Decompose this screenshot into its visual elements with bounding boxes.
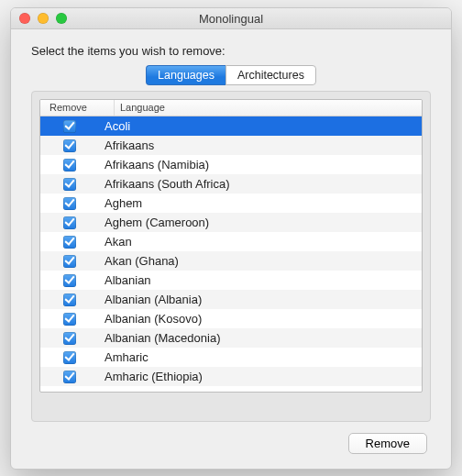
remove-checkbox[interactable] bbox=[63, 120, 76, 133]
cell-language: Akan (Ghana) bbox=[99, 251, 422, 271]
cell-language: Afrikaans (Namibia) bbox=[99, 155, 422, 174]
cell-language: Amharic bbox=[99, 348, 422, 367]
table-row[interactable]: Akan (Ghana) bbox=[40, 251, 422, 271]
remove-checkbox[interactable] bbox=[63, 274, 76, 287]
remove-checkbox[interactable] bbox=[63, 139, 76, 152]
cell-language: Amharic (Ethiopia) bbox=[99, 367, 422, 386]
footer: Remove bbox=[31, 422, 431, 456]
zoom-icon[interactable] bbox=[56, 13, 67, 24]
cell-remove bbox=[40, 293, 99, 306]
table-row[interactable]: Amharic (Ethiopia) bbox=[40, 367, 422, 386]
cell-remove bbox=[40, 371, 99, 383]
cell-language: Aghem bbox=[99, 194, 422, 213]
languages-table: Remove Language AcoliAfrikaansAfrikaans … bbox=[39, 99, 423, 393]
remove-checkbox[interactable] bbox=[63, 351, 76, 364]
cell-language: Akan bbox=[99, 232, 422, 251]
window-title: Monolingual bbox=[11, 12, 451, 26]
table-row[interactable]: Akan bbox=[40, 232, 422, 251]
remove-checkbox[interactable] bbox=[63, 236, 76, 249]
cell-language: Acoli bbox=[99, 116, 422, 136]
close-icon[interactable] bbox=[19, 13, 30, 24]
remove-checkbox[interactable] bbox=[63, 216, 76, 229]
minimize-icon[interactable] bbox=[38, 13, 49, 24]
window-controls bbox=[19, 13, 67, 24]
titlebar: Monolingual bbox=[11, 8, 451, 29]
cell-language: Albanian (Albania) bbox=[99, 290, 422, 309]
cell-language: Aghem (Cameroon) bbox=[99, 213, 422, 232]
table-row[interactable]: Albanian (Albania) bbox=[40, 290, 422, 309]
cell-language: Afrikaans (South Africa) bbox=[99, 174, 422, 194]
table-row[interactable]: Albanian bbox=[40, 271, 422, 290]
remove-checkbox[interactable] bbox=[63, 197, 76, 210]
table-body: AcoliAfrikaansAfrikaans (Namibia)Afrikaa… bbox=[40, 116, 422, 392]
remove-checkbox[interactable] bbox=[63, 371, 76, 383]
cell-remove bbox=[40, 255, 99, 268]
table-row[interactable]: Afrikaans (Namibia) bbox=[40, 155, 422, 174]
cell-remove bbox=[40, 178, 99, 191]
cell-remove bbox=[40, 332, 99, 345]
cell-language: Albanian (Kosovo) bbox=[99, 309, 422, 328]
instruction-text: Select the items you wish to remove: bbox=[31, 44, 431, 58]
remove-checkbox[interactable] bbox=[63, 255, 76, 268]
table-row[interactable]: Amharic bbox=[40, 348, 422, 367]
table-row[interactable]: Albanian (Kosovo) bbox=[40, 309, 422, 328]
table-row[interactable]: Aghem (Cameroon) bbox=[40, 213, 422, 232]
table-header: Remove Language bbox=[40, 100, 422, 116]
column-header-remove[interactable]: Remove bbox=[40, 100, 115, 116]
cell-remove bbox=[40, 313, 99, 326]
cell-remove bbox=[40, 216, 99, 229]
cell-remove bbox=[40, 274, 99, 287]
table-row[interactable]: Acoli bbox=[40, 116, 422, 136]
remove-button[interactable]: Remove bbox=[348, 433, 427, 454]
tab-architectures[interactable]: Architectures bbox=[226, 65, 316, 85]
remove-checkbox[interactable] bbox=[63, 159, 76, 172]
cell-remove bbox=[40, 197, 99, 210]
table-row[interactable]: Aghem bbox=[40, 194, 422, 213]
table-row[interactable]: Afrikaans bbox=[40, 136, 422, 155]
remove-checkbox[interactable] bbox=[63, 313, 76, 326]
cell-remove bbox=[40, 120, 99, 133]
cell-remove bbox=[40, 351, 99, 364]
remove-checkbox[interactable] bbox=[63, 293, 76, 306]
tab-segmented-control: Languages Architectures bbox=[146, 65, 316, 85]
remove-checkbox[interactable] bbox=[63, 178, 76, 191]
cell-remove bbox=[40, 236, 99, 249]
column-header-language[interactable]: Language bbox=[115, 100, 422, 116]
cell-language: Albanian bbox=[99, 271, 422, 290]
cell-language: Albanian (Macedonia) bbox=[99, 328, 422, 348]
table-panel: Remove Language AcoliAfrikaansAfrikaans … bbox=[31, 91, 431, 422]
table-row[interactable]: Albanian (Macedonia) bbox=[40, 328, 422, 348]
cell-remove bbox=[40, 139, 99, 152]
cell-remove bbox=[40, 159, 99, 172]
content-area: Select the items you wish to remove: Lan… bbox=[11, 29, 451, 469]
remove-checkbox[interactable] bbox=[63, 332, 76, 345]
table-row[interactable]: Afrikaans (South Africa) bbox=[40, 174, 422, 194]
cell-language: Afrikaans bbox=[99, 136, 422, 155]
app-window: Monolingual Select the items you wish to… bbox=[10, 7, 452, 470]
tab-languages[interactable]: Languages bbox=[146, 65, 226, 85]
